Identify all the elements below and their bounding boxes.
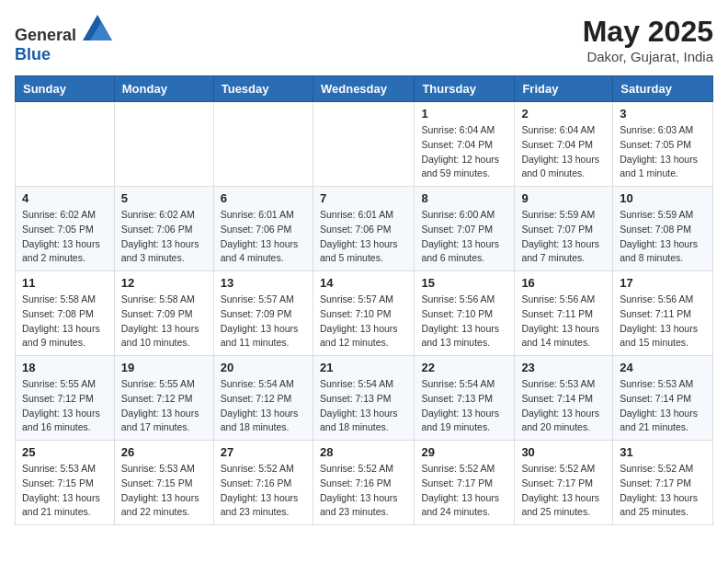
calendar-week-row: 18Sunrise: 5:55 AM Sunset: 7:12 PM Dayli…: [16, 356, 713, 441]
day-number: 8: [421, 191, 507, 205]
day-info: Sunrise: 5:52 AM Sunset: 7:17 PM Dayligh…: [421, 462, 507, 520]
day-number: 14: [320, 276, 407, 290]
calendar-cell: 14Sunrise: 5:57 AM Sunset: 7:10 PM Dayli…: [313, 271, 414, 356]
calendar-cell: 9Sunrise: 5:59 AM Sunset: 7:07 PM Daylig…: [515, 187, 613, 271]
day-info: Sunrise: 5:59 AM Sunset: 7:07 PM Dayligh…: [521, 208, 606, 266]
day-info: Sunrise: 6:02 AM Sunset: 7:05 PM Dayligh…: [22, 208, 108, 266]
day-number: 1: [421, 107, 507, 121]
calendar-cell: [313, 102, 414, 187]
calendar-cell: 7Sunrise: 6:01 AM Sunset: 7:06 PM Daylig…: [313, 187, 414, 271]
calendar-cell: 20Sunrise: 5:54 AM Sunset: 7:12 PM Dayli…: [213, 356, 313, 441]
day-number: 18: [22, 361, 108, 374]
calendar-week-row: 4Sunrise: 6:02 AM Sunset: 7:05 PM Daylig…: [16, 187, 713, 271]
month-year-title: May 2025: [583, 15, 713, 49]
calendar-cell: 3Sunrise: 6:03 AM Sunset: 7:05 PM Daylig…: [613, 102, 713, 187]
calendar-cell: 16Sunrise: 5:56 AM Sunset: 7:11 PM Dayli…: [515, 271, 613, 356]
calendar-cell: 30Sunrise: 5:52 AM Sunset: 7:17 PM Dayli…: [515, 441, 613, 525]
calendar-cell: 22Sunrise: 5:54 AM Sunset: 7:13 PM Dayli…: [415, 356, 515, 441]
weekday-header-friday: Friday: [515, 76, 613, 102]
day-number: 28: [320, 445, 407, 459]
day-number: 11: [22, 276, 108, 290]
day-number: 9: [521, 191, 606, 205]
logo-text: General Blue: [15, 15, 112, 64]
day-number: 26: [121, 445, 207, 459]
calendar-cell: 25Sunrise: 5:53 AM Sunset: 7:15 PM Dayli…: [16, 441, 115, 525]
calendar-cell: 1Sunrise: 6:04 AM Sunset: 7:04 PM Daylig…: [415, 102, 515, 187]
calendar-cell: 8Sunrise: 6:00 AM Sunset: 7:07 PM Daylig…: [415, 187, 515, 271]
weekday-header-monday: Monday: [114, 76, 213, 102]
day-info: Sunrise: 5:59 AM Sunset: 7:08 PM Dayligh…: [620, 208, 706, 266]
day-info: Sunrise: 5:57 AM Sunset: 7:10 PM Dayligh…: [320, 293, 407, 350]
header: General Blue May 2025 Dakor, Gujarat, In…: [15, 15, 713, 64]
calendar-cell: [114, 102, 213, 187]
weekday-header-thursday: Thursday: [415, 76, 515, 102]
calendar-cell: 10Sunrise: 5:59 AM Sunset: 7:08 PM Dayli…: [613, 187, 713, 271]
calendar-cell: 18Sunrise: 5:55 AM Sunset: 7:12 PM Dayli…: [16, 356, 115, 441]
logo-blue: Blue: [15, 45, 51, 63]
day-number: 17: [620, 276, 706, 290]
calendar-cell: 5Sunrise: 6:02 AM Sunset: 7:06 PM Daylig…: [114, 187, 213, 271]
day-info: Sunrise: 5:52 AM Sunset: 7:16 PM Dayligh…: [320, 462, 407, 520]
day-number: 29: [421, 445, 507, 459]
day-info: Sunrise: 5:55 AM Sunset: 7:12 PM Dayligh…: [121, 377, 207, 435]
calendar-cell: 2Sunrise: 6:04 AM Sunset: 7:04 PM Daylig…: [515, 102, 613, 187]
day-number: 23: [521, 361, 606, 374]
day-number: 31: [620, 445, 706, 459]
calendar-cell: 15Sunrise: 5:56 AM Sunset: 7:10 PM Dayli…: [415, 271, 515, 356]
day-info: Sunrise: 6:02 AM Sunset: 7:06 PM Dayligh…: [121, 208, 207, 266]
logo-icon: [83, 15, 112, 40]
day-number: 27: [221, 445, 306, 459]
day-number: 5: [121, 191, 207, 205]
day-number: 22: [421, 361, 507, 374]
calendar-cell: 11Sunrise: 5:58 AM Sunset: 7:08 PM Dayli…: [16, 271, 115, 356]
day-info: Sunrise: 6:03 AM Sunset: 7:05 PM Dayligh…: [620, 123, 706, 181]
day-number: 2: [521, 107, 606, 121]
day-info: Sunrise: 6:01 AM Sunset: 7:06 PM Dayligh…: [320, 208, 407, 266]
day-number: 3: [620, 107, 706, 121]
day-number: 15: [421, 276, 507, 290]
calendar-cell: 4Sunrise: 6:02 AM Sunset: 7:05 PM Daylig…: [16, 187, 115, 271]
day-info: Sunrise: 5:54 AM Sunset: 7:13 PM Dayligh…: [421, 377, 507, 435]
day-info: Sunrise: 5:55 AM Sunset: 7:12 PM Dayligh…: [22, 377, 108, 435]
day-info: Sunrise: 5:56 AM Sunset: 7:11 PM Dayligh…: [620, 293, 706, 350]
day-number: 7: [320, 191, 407, 205]
day-number: 25: [22, 445, 108, 459]
weekday-header-tuesday: Tuesday: [213, 76, 313, 102]
day-info: Sunrise: 5:54 AM Sunset: 7:13 PM Dayligh…: [320, 377, 407, 435]
day-number: 6: [221, 191, 306, 205]
title-section: May 2025 Dakor, Gujarat, India: [583, 15, 713, 64]
logo: General Blue: [15, 15, 112, 64]
calendar-cell: 12Sunrise: 5:58 AM Sunset: 7:09 PM Dayli…: [114, 271, 213, 356]
calendar-cell: 6Sunrise: 6:01 AM Sunset: 7:06 PM Daylig…: [213, 187, 313, 271]
day-info: Sunrise: 5:53 AM Sunset: 7:14 PM Dayligh…: [620, 377, 706, 435]
day-info: Sunrise: 6:04 AM Sunset: 7:04 PM Dayligh…: [521, 123, 606, 181]
day-number: 12: [121, 276, 207, 290]
calendar-cell: 13Sunrise: 5:57 AM Sunset: 7:09 PM Dayli…: [213, 271, 313, 356]
day-info: Sunrise: 5:52 AM Sunset: 7:17 PM Dayligh…: [620, 462, 706, 520]
weekday-header-sunday: Sunday: [16, 76, 115, 102]
calendar-cell: 27Sunrise: 5:52 AM Sunset: 7:16 PM Dayli…: [213, 441, 313, 525]
calendar-cell: 23Sunrise: 5:53 AM Sunset: 7:14 PM Dayli…: [515, 356, 613, 441]
day-info: Sunrise: 5:53 AM Sunset: 7:15 PM Dayligh…: [22, 462, 108, 520]
calendar-table: SundayMondayTuesdayWednesdayThursdayFrid…: [15, 75, 713, 525]
calendar-week-row: 25Sunrise: 5:53 AM Sunset: 7:15 PM Dayli…: [16, 441, 713, 525]
day-info: Sunrise: 5:56 AM Sunset: 7:11 PM Dayligh…: [521, 293, 606, 350]
day-info: Sunrise: 5:57 AM Sunset: 7:09 PM Dayligh…: [221, 293, 306, 350]
calendar-week-row: 11Sunrise: 5:58 AM Sunset: 7:08 PM Dayli…: [16, 271, 713, 356]
calendar-cell: 17Sunrise: 5:56 AM Sunset: 7:11 PM Dayli…: [613, 271, 713, 356]
calendar-cell: 28Sunrise: 5:52 AM Sunset: 7:16 PM Dayli…: [313, 441, 414, 525]
calendar-cell: 19Sunrise: 5:55 AM Sunset: 7:12 PM Dayli…: [114, 356, 213, 441]
calendar-cell: 26Sunrise: 5:53 AM Sunset: 7:15 PM Dayli…: [114, 441, 213, 525]
day-number: 16: [521, 276, 606, 290]
day-number: 19: [121, 361, 207, 374]
day-number: 20: [221, 361, 306, 374]
day-info: Sunrise: 5:53 AM Sunset: 7:15 PM Dayligh…: [121, 462, 207, 520]
calendar-cell: 29Sunrise: 5:52 AM Sunset: 7:17 PM Dayli…: [415, 441, 515, 525]
day-info: Sunrise: 5:58 AM Sunset: 7:08 PM Dayligh…: [22, 293, 108, 350]
calendar-cell: 21Sunrise: 5:54 AM Sunset: 7:13 PM Dayli…: [313, 356, 414, 441]
day-number: 24: [620, 361, 706, 374]
calendar-cell: 31Sunrise: 5:52 AM Sunset: 7:17 PM Dayli…: [613, 441, 713, 525]
day-number: 21: [320, 361, 407, 374]
weekday-header-row: SundayMondayTuesdayWednesdayThursdayFrid…: [16, 76, 713, 102]
day-info: Sunrise: 6:01 AM Sunset: 7:06 PM Dayligh…: [221, 208, 306, 266]
